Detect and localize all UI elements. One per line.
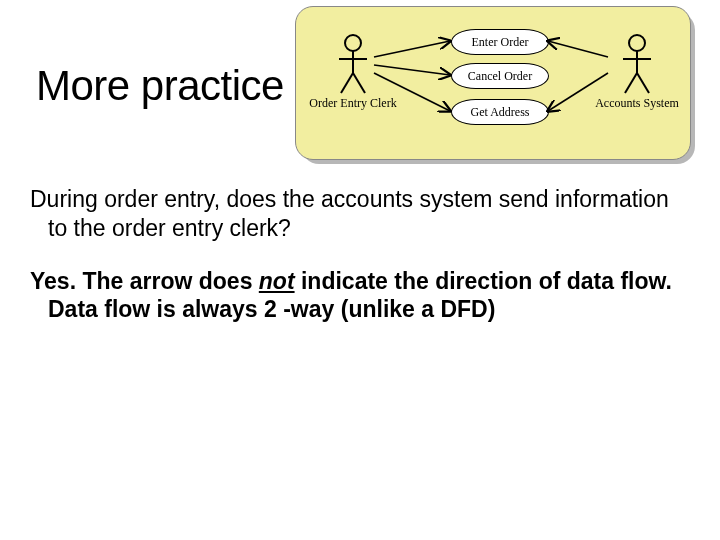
answer-post: indicate the direction of data flow. <box>295 268 672 294</box>
stick-figure-icon <box>335 33 371 95</box>
svg-line-3 <box>341 73 353 93</box>
svg-line-8 <box>625 73 637 93</box>
stick-figure-icon <box>619 33 655 95</box>
question-text: During order entry, does the accounts sy… <box>30 185 690 243</box>
usecase-enter-order: Enter Order <box>451 29 549 55</box>
actor-left-label: Order Entry Clerk <box>308 97 398 109</box>
usecase-cancel-order: Cancel Order <box>451 63 549 89</box>
actor-accounts-system: Accounts System <box>592 33 682 109</box>
actor-order-entry-clerk: Order Entry Clerk <box>308 33 398 109</box>
answer-line2: Data flow is always 2 -way (unlike a DFD… <box>48 296 495 322</box>
svg-point-5 <box>629 35 645 51</box>
svg-line-4 <box>353 73 365 93</box>
svg-line-9 <box>637 73 649 93</box>
svg-point-0 <box>345 35 361 51</box>
slide-body: During order entry, does the accounts sy… <box>30 185 690 346</box>
actor-right-label: Accounts System <box>592 97 682 109</box>
slide: More practice Order Entry Clerk <box>0 0 720 540</box>
answer-pre: Yes. The arrow does <box>30 268 259 294</box>
slide-title: More practice <box>36 62 284 110</box>
answer-text: Yes. The arrow does not indicate the dir… <box>30 267 690 325</box>
usecase-diagram: Order Entry Clerk Accounts System Enter … <box>295 6 695 164</box>
answer-not: not <box>259 268 295 294</box>
diagram-box: Order Entry Clerk Accounts System Enter … <box>295 6 691 160</box>
usecase-get-address: Get Address <box>451 99 549 125</box>
